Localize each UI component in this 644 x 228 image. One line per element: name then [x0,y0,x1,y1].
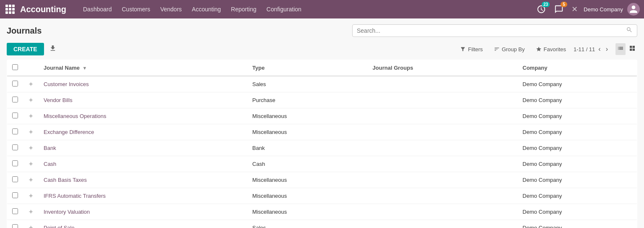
next-page-button[interactable]: › [604,45,610,54]
company-cell: Demo Company [517,140,637,156]
activity-badge[interactable]: 23 [535,3,548,16]
select-all-header[interactable] [7,60,23,76]
row-checkbox-cell[interactable] [7,188,23,204]
nav-vendors[interactable]: Vendors [156,3,186,15]
close-icon[interactable]: ✕ [570,3,579,16]
groups-cell [368,76,518,92]
row-checkbox[interactable] [12,176,18,182]
table-body: ✦ Customer Invoices Sales Demo Company ✦… [7,76,637,228]
row-checkbox[interactable] [12,208,18,214]
groups-cell [368,188,518,204]
drag-handle[interactable]: ✦ [23,220,39,228]
pagination: 1-11 / 11 ‹ › [574,45,610,54]
page-content: Journals CREATE Filters Group By Favo [0,18,644,228]
journal-name-cell[interactable]: Bank [39,140,247,156]
filters-button[interactable]: Filters [457,44,486,55]
row-checkbox[interactable] [12,97,18,102]
prev-page-button[interactable]: ‹ [597,45,602,54]
row-checkbox[interactable] [12,160,18,166]
kanban-view-button[interactable] [627,43,637,55]
row-checkbox-cell[interactable] [7,172,23,188]
journal-name-header[interactable]: Journal Name ▼ [39,60,247,76]
type-cell: Sales [247,76,368,92]
nav-customers[interactable]: Customers [118,3,155,15]
row-checkbox[interactable] [12,144,18,150]
journal-name-cell[interactable]: Cash Basis Taxes [39,172,247,188]
select-all-checkbox[interactable] [12,64,18,70]
table-row: ✦ Inventory Valuation Miscellaneous Demo… [7,204,637,220]
type-cell: Miscellaneous [247,108,368,124]
drag-handle[interactable]: ✦ [23,76,39,92]
search-input[interactable] [357,27,626,34]
row-checkbox[interactable] [12,113,18,118]
view-toggles [615,43,637,55]
journal-name-cell[interactable]: Miscellaneous Operations [39,108,247,124]
journal-name-cell[interactable]: Cash [39,156,247,172]
drag-handle[interactable]: ✦ [23,92,39,108]
drag-handle[interactable]: ✦ [23,172,39,188]
activity-count: 23 [542,2,550,7]
create-button[interactable]: CREATE [7,43,44,55]
row-checkbox[interactable] [12,81,18,86]
row-checkbox-cell[interactable] [7,108,23,124]
chat-badge[interactable]: 5 [552,3,566,16]
search-icon[interactable] [626,26,633,35]
app-grid-icon[interactable] [4,3,16,15]
row-checkbox-cell[interactable] [7,204,23,220]
row-checkbox-cell[interactable] [7,76,23,92]
journal-name-cell[interactable]: Point of Sale [39,220,247,228]
company-name[interactable]: Demo Company [584,6,623,13]
row-checkbox-cell[interactable] [7,124,23,140]
groupby-button[interactable]: Group By [491,44,528,55]
company-cell: Demo Company [517,188,637,204]
drag-handle[interactable]: ✦ [23,124,39,140]
user-avatar[interactable] [627,3,640,16]
drag-handle[interactable]: ✦ [23,204,39,220]
table-row: ✦ Bank Bank Demo Company [7,140,637,156]
row-checkbox-cell[interactable] [7,92,23,108]
journal-name-cell[interactable]: IFRS Automatic Transfers [39,188,247,204]
groups-cell [368,108,518,124]
type-cell: Miscellaneous [247,204,368,220]
nav-dashboard[interactable]: Dashboard [79,3,116,15]
nav-accounting[interactable]: Accounting [188,3,225,15]
row-checkbox-cell[interactable] [7,140,23,156]
journal-name-cell[interactable]: Exchange Difference [39,124,247,140]
topnav-menu: Dashboard Customers Vendors Accounting R… [79,3,535,15]
row-checkbox-cell[interactable] [7,220,23,228]
type-cell: Purchase [247,92,368,108]
row-checkbox[interactable] [12,192,18,198]
groups-cell [368,172,518,188]
search-bar [352,24,637,37]
row-checkbox-cell[interactable] [7,156,23,172]
groups-header[interactable]: Journal Groups [368,60,518,76]
groups-cell [368,156,518,172]
groups-cell [368,204,518,220]
drag-handle[interactable]: ✦ [23,188,39,204]
nav-configuration[interactable]: Configuration [262,3,306,15]
type-cell: Cash [247,156,368,172]
list-view-button[interactable] [615,43,626,55]
favorites-button[interactable]: Favorites [532,44,569,55]
nav-reporting[interactable]: Reporting [227,3,261,15]
company-header[interactable]: Company [517,60,637,76]
import-button[interactable] [46,42,60,56]
table-row: ✦ Point of Sale Sales Demo Company [7,220,637,228]
drag-handle[interactable]: ✦ [23,140,39,156]
journal-name-cell[interactable]: Vendor Bills [39,92,247,108]
page-title: Journals [7,26,42,36]
journal-name-cell[interactable]: Inventory Valuation [39,204,247,220]
journal-name-cell[interactable]: Customer Invoices [39,76,247,92]
favorites-label: Favorites [544,46,566,52]
type-header[interactable]: Type [247,60,368,76]
toolbar: CREATE Filters Group By Favorites 1-11 /… [7,39,637,60]
company-cell: Demo Company [517,108,637,124]
row-checkbox[interactable] [12,224,18,228]
row-checkbox[interactable] [12,128,18,134]
type-cell: Miscellaneous [247,124,368,140]
company-cell: Demo Company [517,156,637,172]
page-header: Journals [7,18,637,39]
drag-handle[interactable]: ✦ [23,108,39,124]
drag-handle[interactable]: ✦ [23,156,39,172]
journals-table: Journal Name ▼ Type Journal Groups Compa… [7,60,637,228]
